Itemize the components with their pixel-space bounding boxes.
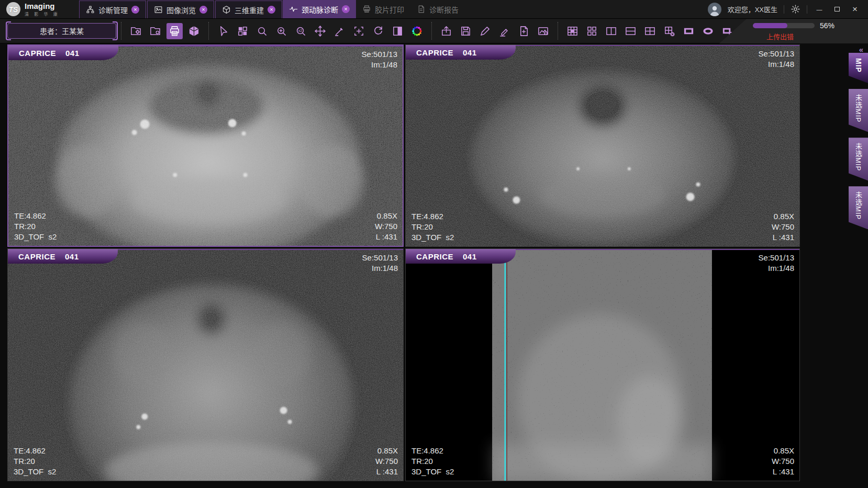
close-icon[interactable] xyxy=(199,6,207,14)
upload-progress-label: 56% xyxy=(820,21,834,30)
sidebar-tab-mip[interactable]: MIP xyxy=(849,53,868,83)
tab-label: 诊断管理 xyxy=(98,5,128,15)
search-icon[interactable] xyxy=(254,23,270,39)
overlay-acquisition-info: TE:4.862TR:203D_TOF s2 xyxy=(14,446,56,477)
pan-icon[interactable] xyxy=(312,23,328,39)
overlay-series-info: Se:501/13Im:1/48 xyxy=(362,253,398,274)
image-export-icon[interactable] xyxy=(535,23,551,39)
grid-2x2-icon[interactable] xyxy=(642,23,658,39)
sidebar-tab-label: 未选MIP xyxy=(853,94,863,122)
sidebar-tab-label: MIP xyxy=(854,58,863,74)
title-bar: TS Imaging 清 影 华 康 诊断管理 图像浏览 三维重建 颈动脉诊断 xyxy=(0,0,868,19)
report-add-icon[interactable] xyxy=(516,23,532,39)
user-avatar[interactable] xyxy=(708,3,721,16)
app-logo: TS Imaging 清 影 华 康 xyxy=(0,0,79,18)
overlay-window-info: 0.85XW:750L :431 xyxy=(375,211,397,242)
overlay-acquisition-info: TE:4.862TR:203D_TOF s2 xyxy=(14,211,57,242)
org-chart-icon xyxy=(86,5,95,14)
gear-icon[interactable] xyxy=(791,4,800,14)
close-icon[interactable] xyxy=(342,5,350,13)
viewport-2[interactable]: CAPRICE 041 Se:501/13Im:1/48 TE:4.862TR:… xyxy=(405,44,800,247)
overlay-window-info: 0.85XW:750L :431 xyxy=(772,446,794,477)
line-draw-icon[interactable] xyxy=(496,23,513,39)
viewport-1[interactable]: CAPRICE 041 Se:501/13Im:1/48 TE:4.862TR:… xyxy=(7,44,404,247)
grid-dense-icon[interactable] xyxy=(564,23,581,39)
zoom-x2-icon[interactable]: x2 xyxy=(293,23,309,39)
tile-layout-icon[interactable] xyxy=(235,23,251,39)
viewport-3[interactable]: CAPRICE 041 Se:501/13Im:1/48 TE:4.862TR:… xyxy=(7,248,404,481)
reference-line xyxy=(504,249,506,481)
user-greeting: 欢迎您，XX医生 xyxy=(728,4,777,14)
tab-diagnosis-management[interactable]: 诊断管理 xyxy=(79,1,146,18)
tab-label: 三维重建 xyxy=(235,5,264,15)
grid-remove-icon[interactable] xyxy=(661,23,677,39)
layout-blocks-icon[interactable] xyxy=(584,23,600,39)
mri-coronal-image xyxy=(406,249,799,481)
tab-label: 诊断报告 xyxy=(429,4,459,15)
toolbar-separator xyxy=(431,22,432,40)
sidebar-tab-label: 未选MIP xyxy=(853,143,863,171)
maximize-button[interactable] xyxy=(831,0,843,18)
close-window-button[interactable] xyxy=(849,0,861,18)
overlay-series-info: Se:501/13Im:1/48 xyxy=(362,49,397,70)
color-palette-icon[interactable] xyxy=(409,23,425,39)
zoom-in-icon[interactable] xyxy=(273,23,290,39)
save-icon[interactable] xyxy=(458,23,474,39)
cube-3d-icon[interactable] xyxy=(186,23,202,39)
sidebar-tab-unselected-mip-1[interactable]: 未选MIP xyxy=(849,89,868,132)
toolbar-separator xyxy=(208,22,209,40)
logo-icon: TS xyxy=(6,2,20,16)
printer-icon xyxy=(362,5,371,14)
measure-icon[interactable] xyxy=(331,23,348,39)
report-icon xyxy=(417,5,426,14)
overlay-window-info: 0.85XW:750L :431 xyxy=(772,211,794,243)
upload-progress-bar xyxy=(753,23,815,28)
window-level-icon[interactable] xyxy=(390,23,406,39)
sidebar-tab-unselected-mip-3[interactable]: 未选MIP xyxy=(849,186,868,229)
ellipse-shutter-icon[interactable] xyxy=(700,23,716,39)
series-label-tab: CAPRICE 041 xyxy=(406,249,516,264)
toolbar-separator xyxy=(558,22,558,40)
scanner-name: CAPRICE xyxy=(18,252,55,261)
overlay-acquisition-info: TE:4.862TR:203D_TOF s2 xyxy=(411,446,454,477)
export-icon[interactable] xyxy=(438,23,454,39)
tab-3d-reconstruction[interactable]: 三维重建 xyxy=(215,1,282,18)
mri-axial-image xyxy=(8,46,403,246)
split-horizontal-icon[interactable] xyxy=(622,23,639,39)
toolbar-separator xyxy=(121,22,121,40)
series-label-tab: CAPRICE 041 xyxy=(406,45,516,60)
upload-error-text: 上传出错 xyxy=(766,31,868,41)
tab-carotid-diagnosis[interactable]: 颈动脉诊断 xyxy=(283,0,356,18)
image-icon xyxy=(154,5,163,14)
close-icon[interactable] xyxy=(268,6,275,14)
folder-add-icon[interactable] xyxy=(147,23,163,39)
rotate-icon[interactable] xyxy=(370,23,386,39)
cursor-icon[interactable] xyxy=(215,23,231,39)
annotate-add-icon[interactable] xyxy=(351,23,367,39)
brand-name: Imaging xyxy=(25,2,60,10)
svg-text:x2: x2 xyxy=(298,29,303,33)
overlay-window-info: 0.85XW:750L :431 xyxy=(375,446,398,477)
folder-settings-icon[interactable] xyxy=(128,23,144,39)
tab-diagnosis-report[interactable]: 诊断报告 xyxy=(410,0,465,18)
series-number: 041 xyxy=(463,252,477,261)
print-icon[interactable] xyxy=(166,23,183,39)
series-number: 041 xyxy=(65,252,79,261)
tab-film-print[interactable]: 胶片打印 xyxy=(356,0,410,18)
divider xyxy=(784,5,784,14)
tab-image-browse[interactable]: 图像浏览 xyxy=(147,1,214,18)
close-icon[interactable] xyxy=(131,6,139,14)
series-number: 041 xyxy=(65,49,80,58)
series-label-tab: CAPRICE 041 xyxy=(8,46,118,60)
sidebar-tab-unselected-mip-2[interactable]: 未选MIP xyxy=(849,138,868,180)
scanner-name: CAPRICE xyxy=(416,252,453,261)
rect-shutter-icon[interactable] xyxy=(681,23,697,39)
pulse-icon xyxy=(289,5,298,14)
overlay-series-info: Se:501/13Im:1/48 xyxy=(759,49,794,70)
minimize-button[interactable] xyxy=(814,0,825,18)
tab-label: 颈动脉诊断 xyxy=(302,4,338,15)
brush-icon[interactable] xyxy=(477,23,493,39)
split-vertical-icon[interactable] xyxy=(603,23,619,39)
cube-icon xyxy=(222,5,231,14)
viewport-4[interactable]: CAPRICE 041 Se:501/13Im:1/48 TE:4.862TR:… xyxy=(405,248,800,481)
